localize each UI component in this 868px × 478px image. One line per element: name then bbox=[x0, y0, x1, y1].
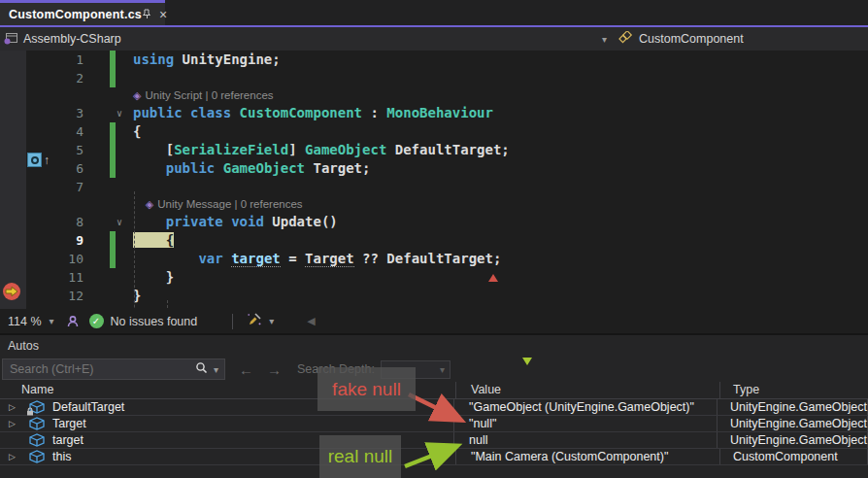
code-token: public bbox=[133, 105, 183, 120]
change-bar bbox=[110, 69, 116, 87]
line-number: 2 bbox=[0, 69, 95, 87]
line-number: 9 bbox=[0, 231, 95, 250]
code-line[interactable]: 12} bbox=[0, 287, 868, 305]
up-arrow-icon: ↑ bbox=[44, 154, 50, 167]
codelens-row[interactable]: ◈Unity Message | 0 references bbox=[0, 196, 868, 213]
editor-status-bar: 114 % ▾ ✓ No issues found ▾ ◀ bbox=[0, 309, 868, 335]
project-dropdown[interactable]: Assembly-CSharp ▾ bbox=[0, 31, 618, 48]
field-icon bbox=[29, 417, 46, 430]
code-line[interactable]: 9 { bbox=[0, 231, 868, 250]
code-line[interactable]: 11 } bbox=[0, 268, 868, 287]
autos-panel: Autos ▾ ← → Search Depth: ▾ Name Value T… bbox=[0, 335, 868, 478]
status-message: No issues found bbox=[111, 315, 198, 328]
table-row[interactable]: targetnullUnityEngine.GameObject bbox=[0, 432, 868, 449]
type-dropdown[interactable]: CustomComponent bbox=[618, 31, 744, 48]
code-token: { bbox=[133, 123, 141, 139]
variable-name: Target bbox=[52, 416, 86, 432]
forward-arrow-icon[interactable]: → bbox=[267, 361, 282, 378]
expander-icon[interactable]: ▷ bbox=[9, 399, 20, 416]
vs-window: CustomComponent.cs × Assembly-CSharp ▾ C… bbox=[0, 0, 868, 478]
gutter bbox=[95, 159, 133, 178]
back-arrow-icon[interactable]: ← bbox=[239, 361, 253, 378]
field-icon bbox=[29, 433, 46, 447]
code-text: using UnityEngine; bbox=[133, 51, 868, 69]
code-token: UnityEngine; bbox=[174, 51, 281, 67]
change-bar bbox=[110, 51, 116, 69]
gutter bbox=[95, 231, 133, 250]
table-row[interactable]: ▷Target"null"UnityEngine.GameObject bbox=[0, 416, 868, 432]
code-token: Target bbox=[305, 251, 354, 267]
live-share-icon[interactable] bbox=[66, 315, 80, 328]
code-token: void bbox=[231, 214, 264, 229]
code-token: using bbox=[133, 51, 174, 67]
code-editor[interactable]: 1using UnityEngine;2◈Unity Script | 0 re… bbox=[0, 51, 868, 309]
code-line[interactable]: 7 bbox=[0, 178, 868, 196]
code-token: target bbox=[231, 251, 281, 267]
expander-icon[interactable]: ▷ bbox=[9, 416, 20, 432]
variable-value[interactable]: "null" bbox=[454, 416, 718, 431]
close-icon[interactable]: × bbox=[159, 8, 167, 21]
search-input[interactable] bbox=[10, 362, 195, 376]
name-cell: ▷Target bbox=[0, 416, 454, 431]
gutter bbox=[95, 305, 133, 309]
column-header-value[interactable]: Value bbox=[456, 382, 720, 398]
gutter bbox=[95, 196, 133, 213]
codelens-row[interactable]: ◈Unity Script | 0 references bbox=[0, 87, 868, 104]
change-bar bbox=[110, 122, 116, 141]
code-line[interactable]: 6 public GameObject Target; bbox=[0, 159, 868, 178]
change-bar bbox=[110, 250, 116, 268]
code-line[interactable]: 3∨public class CustomComponent : MonoBeh… bbox=[0, 104, 868, 122]
code-line[interactable]: 5 [SerializeField] GameObject DefaultTar… bbox=[0, 141, 868, 159]
variable-value[interactable]: "Main Camera (CustomComponent)" bbox=[456, 449, 720, 464]
codelens-label[interactable]: Unity Message | 0 references bbox=[157, 198, 302, 210]
codelens-label[interactable]: Unity Script | 0 references bbox=[145, 89, 273, 101]
code-line[interactable]: 1using UnityEngine; bbox=[0, 51, 868, 69]
broom-icon bbox=[247, 313, 262, 330]
chevron-down-icon[interactable]: ▾ bbox=[214, 364, 218, 375]
table-row[interactable]: ▷DefaultTarget"GameObject (UnityEngine.G… bbox=[0, 399, 868, 416]
code-token: : bbox=[362, 105, 386, 120]
collapse-chevron-icon[interactable]: ∨ bbox=[117, 213, 122, 231]
gutter bbox=[95, 51, 133, 69]
divider bbox=[232, 314, 233, 329]
annotation-fake-null: fake null bbox=[317, 367, 416, 411]
code-cleanup-button[interactable]: ▾ bbox=[247, 313, 274, 330]
code-text: } bbox=[133, 268, 868, 287]
code-token: class bbox=[190, 105, 231, 120]
scrollbar-left-arrow[interactable]: ◀ bbox=[307, 315, 315, 327]
code-line[interactable]: 13 bbox=[0, 305, 868, 309]
project-name: Assembly-CSharp bbox=[23, 32, 121, 46]
variable-type: UnityEngine.GameObject bbox=[718, 432, 868, 448]
tab-customcomponent[interactable]: CustomComponent.cs × bbox=[0, 0, 165, 25]
autos-panel-title: Autos bbox=[0, 335, 868, 357]
chevron-down-icon: ▾ bbox=[269, 316, 274, 326]
search-icon[interactable] bbox=[195, 360, 208, 378]
line-number: 8 bbox=[0, 213, 95, 231]
code-text: var target = Target ?? DefaultTarget; bbox=[133, 250, 868, 268]
variable-value[interactable]: "GameObject (UnityEngine.GameObject)" bbox=[454, 399, 718, 415]
variable-value[interactable]: null bbox=[454, 432, 718, 448]
zoom-level-dropdown[interactable]: 114 % ▾ bbox=[0, 315, 62, 328]
tab-strip: CustomComponent.cs × bbox=[0, 0, 868, 27]
private-field-icon bbox=[29, 400, 46, 414]
expander-icon[interactable]: ▷ bbox=[9, 449, 20, 465]
code-text: private void Update() bbox=[133, 213, 868, 231]
code-text: { bbox=[133, 122, 868, 141]
column-header-type[interactable]: Type bbox=[720, 382, 868, 398]
code-line[interactable]: 2 bbox=[0, 69, 868, 87]
pin-icon[interactable] bbox=[142, 9, 152, 19]
search-box[interactable]: ▾ bbox=[2, 358, 225, 380]
line-number: 13 bbox=[0, 305, 95, 309]
line-number bbox=[0, 87, 95, 104]
autos-rows: ▷DefaultTarget"GameObject (UnityEngine.G… bbox=[0, 399, 868, 465]
gutter bbox=[95, 268, 133, 287]
code-token: var bbox=[198, 251, 222, 266]
code-line[interactable]: 10 var target = Target ?? DefaultTarget; bbox=[0, 250, 868, 268]
code-token bbox=[133, 251, 198, 266]
code-token bbox=[183, 105, 190, 120]
collapse-chevron-icon[interactable]: ∨ bbox=[117, 104, 122, 122]
code-line[interactable]: 8∨ private void Update() bbox=[0, 213, 868, 231]
no-issues-icon: ✓ bbox=[89, 314, 104, 328]
table-row[interactable]: ▷this"Main Camera (CustomComponent)"Cust… bbox=[0, 449, 868, 465]
code-line[interactable]: 4{ bbox=[0, 122, 868, 141]
